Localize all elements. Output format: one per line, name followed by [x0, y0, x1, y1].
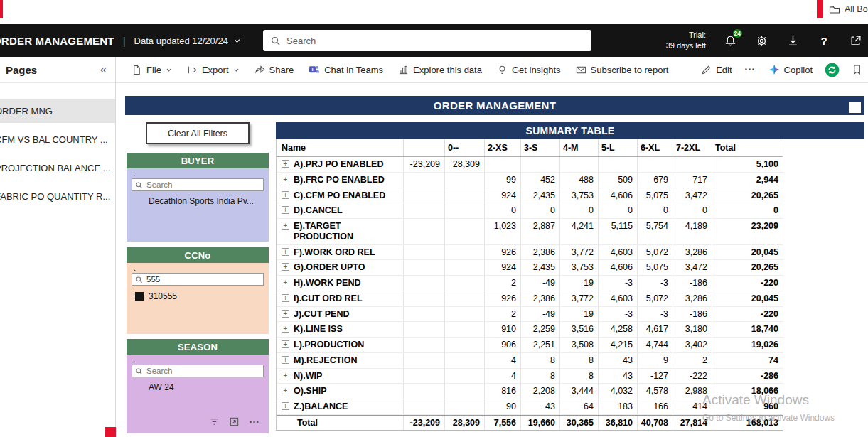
bookmarks-button[interactable]: All Bo: [829, 4, 868, 15]
gear-icon: [756, 35, 768, 47]
expand-plus-icon[interactable]: +: [282, 340, 289, 348]
column-header-5-l[interactable]: 5-L: [598, 139, 637, 156]
help-button[interactable]: ?: [817, 33, 831, 48]
clear-all-filters-button[interactable]: Clear All Filters: [146, 122, 250, 144]
expand-plus-icon[interactable]: +: [282, 325, 289, 333]
buyer-option[interactable]: Decathlon Sports India Pv...: [132, 191, 264, 206]
sidebar-page-item[interactable]: PROJECTION BALANCE ...: [0, 156, 115, 180]
share-window-button[interactable]: [848, 33, 862, 48]
download-button[interactable]: [786, 33, 800, 48]
value-cell: [484, 157, 520, 172]
expand-plus-icon[interactable]: +: [282, 248, 289, 256]
value-cell: 4,578: [637, 384, 673, 399]
value-cell: 5,075: [637, 260, 673, 275]
expand-plus-icon[interactable]: +: [282, 206, 289, 214]
expand-plus-icon[interactable]: +: [282, 294, 289, 302]
expand-plus-icon[interactable]: +: [282, 191, 289, 199]
checkbox-checked-icon[interactable]: [135, 292, 144, 301]
report-toolbar: File Export Share T Chat in Teams Explor…: [116, 57, 868, 83]
column-header-2-xs[interactable]: 2-XS: [484, 139, 520, 156]
chat-in-teams-button[interactable]: T Chat in Teams: [309, 64, 383, 75]
focus-mode-icon[interactable]: [229, 416, 240, 427]
value-cell: 717: [673, 173, 712, 188]
buyer-slicer: BUYER . Decathlon Sports India Pv...: [127, 153, 269, 242]
file-menu[interactable]: File: [132, 65, 172, 75]
value-cell: 18,740: [712, 322, 783, 337]
column-header-blank[interactable]: [403, 139, 444, 156]
matrix-row[interactable]: +A).PRJ PO ENABLED-23,20928,3095,100: [277, 157, 783, 173]
ccno-search-box[interactable]: [132, 273, 264, 286]
column-header-0-[interactable]: 0--: [444, 139, 484, 156]
matrix-row[interactable]: +K).LINE ISS9102,2593,5164,2584,6173,180…: [277, 322, 783, 338]
data-updated-dropdown[interactable]: Data updated 12/20/24: [134, 36, 241, 46]
matrix-row[interactable]: +J).CUT PEND2-4919-3-3-186-220: [277, 307, 783, 323]
share-button[interactable]: Share: [254, 65, 294, 75]
sidebar-page-item[interactable]: CFM VS BAL COUNTRY ...: [0, 128, 115, 151]
matrix-row[interactable]: +N).WIP48843-127-222-286: [277, 369, 783, 384]
sidebar-page-item[interactable]: FABRIC PO QUANTITY R...: [0, 185, 115, 208]
expand-plus-icon[interactable]: +: [282, 402, 289, 410]
settings-button[interactable]: [754, 33, 768, 48]
season-search-box[interactable]: [132, 365, 264, 377]
matrix-row[interactable]: +O).SHIP8162,2083,4444,0324,5782,98818,0…: [277, 384, 783, 399]
matrix-row[interactable]: +H).WORK PEND2-4919-3-3-186-220: [277, 276, 783, 291]
collapse-icon[interactable]: «: [100, 63, 107, 76]
ccno-option[interactable]: 310555: [132, 286, 264, 301]
more-options-button[interactable]: …: [744, 65, 756, 75]
matrix-row[interactable]: +F).WORK ORD REL9262,3863,7724,6035,0723…: [277, 245, 783, 261]
value-cell: 4,603: [598, 245, 637, 260]
value-cell: 99: [484, 173, 520, 188]
file-icon: [132, 65, 142, 75]
season-search-input[interactable]: [146, 367, 260, 375]
notifications-button[interactable]: 24: [723, 33, 737, 48]
explore-data-button[interactable]: Explore this data: [398, 65, 482, 75]
matrix-row[interactable]: +D).CANCEL0000000: [277, 203, 783, 219]
expand-plus-icon[interactable]: +: [282, 222, 289, 230]
matrix-row[interactable]: +I).CUT ORD REL9262,3863,7724,6035,0723,…: [277, 291, 783, 307]
matrix-row[interactable]: +C).CFM PO ENABLED9242,4353,7534,6065,07…: [277, 188, 783, 204]
refresh-status-button[interactable]: [825, 63, 840, 77]
filter-icon[interactable]: [209, 416, 220, 427]
value-cell: 19: [559, 307, 598, 322]
matrix-row[interactable]: +E).TARGET PRODUCTION1,0232,8874,2415,11…: [277, 219, 783, 245]
search-input[interactable]: [286, 36, 584, 46]
column-header-6-xl[interactable]: 6-XL: [637, 139, 673, 156]
season-option[interactable]: AW 24: [132, 377, 264, 392]
global-search[interactable]: [263, 30, 591, 51]
matrix-row[interactable]: +M).REJECTION488439274: [277, 353, 783, 369]
expand-plus-icon[interactable]: +: [282, 160, 289, 168]
expand-plus-icon[interactable]: +: [282, 279, 289, 286]
row-name-cell: +K).LINE ISS: [277, 322, 403, 337]
edit-button[interactable]: Edit: [701, 65, 732, 75]
value-cell: 452: [520, 173, 559, 188]
expand-plus-icon[interactable]: +: [282, 310, 289, 318]
expand-plus-icon[interactable]: +: [282, 176, 289, 183]
ccno-search-input[interactable]: [146, 275, 260, 284]
column-header-3-s[interactable]: 3-S: [520, 139, 559, 156]
column-header-total[interactable]: Total: [712, 139, 783, 156]
expand-plus-icon[interactable]: +: [282, 387, 289, 394]
column-header-4-m[interactable]: 4-M: [559, 139, 598, 156]
expand-plus-icon[interactable]: +: [282, 263, 289, 271]
subscribe-button[interactable]: Subscribe to report: [576, 65, 669, 75]
expand-plus-icon[interactable]: +: [282, 372, 289, 379]
value-cell: 90: [484, 399, 520, 414]
value-cell: 27,814: [673, 416, 712, 430]
value-cell: 28,309: [444, 416, 484, 430]
get-insights-button[interactable]: Get insights: [497, 65, 561, 75]
buyer-search-box[interactable]: [132, 178, 264, 191]
copilot-button[interactable]: Copilot: [768, 64, 813, 75]
export-menu[interactable]: Export: [187, 65, 240, 75]
column-header-name[interactable]: Name: [277, 139, 403, 156]
more-options-icon[interactable]: …: [249, 417, 260, 427]
matrix-row[interactable]: +L).PRODUCTION9062,2513,5084,2154,7443,4…: [277, 338, 783, 353]
bookmark-button[interactable]: [852, 64, 862, 75]
column-header-7-2xl[interactable]: 7-2XL: [673, 139, 712, 156]
app-title: ORDER MANAGEMENT: [0, 35, 114, 47]
matrix-row[interactable]: +B).FRC PO ENABLED994524885096797172,944: [277, 173, 783, 188]
matrix-row[interactable]: +G).ORDER UPTO9242,4353,7534,6065,0753,4…: [277, 260, 783, 276]
buyer-search-input[interactable]: [146, 180, 260, 189]
matrix-row[interactable]: +Z.)BALANCE904364183166414960: [277, 399, 783, 415]
sidebar-page-item[interactable]: ORDER MNG: [0, 99, 115, 123]
expand-plus-icon[interactable]: +: [282, 356, 289, 364]
